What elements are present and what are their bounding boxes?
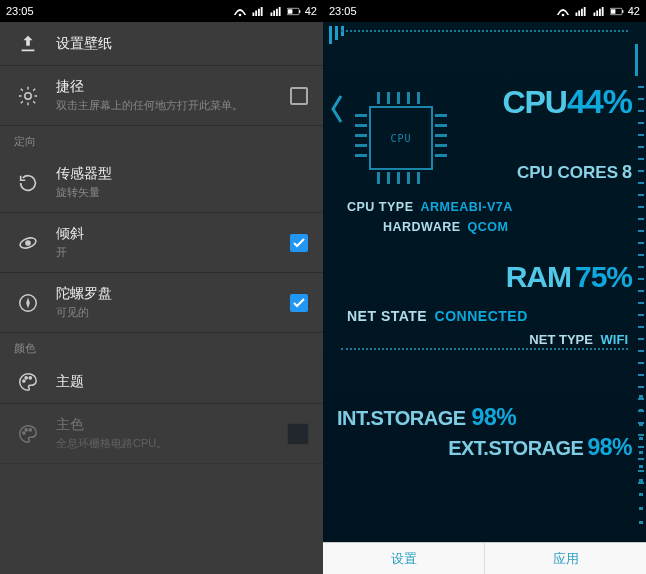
svg-rect-3 xyxy=(288,9,292,13)
cpu-value: 44% xyxy=(567,82,632,120)
cpu-chip-graphic: CPU xyxy=(347,84,455,192)
svg-rect-16 xyxy=(622,10,623,13)
ram-stat: RAM75% xyxy=(506,260,632,294)
svg-point-11 xyxy=(23,431,25,433)
shortcut-checkbox[interactable] xyxy=(289,86,309,106)
nettype-value: WIFI xyxy=(601,332,628,347)
primary-color-row[interactable]: 主色 全息环栅格电路CPU。 xyxy=(0,404,323,464)
gyro-row[interactable]: 陀螺罗盘 可见的 xyxy=(0,273,323,333)
palette-icon-2 xyxy=(14,423,42,445)
hardware-label: HARDWARE xyxy=(383,220,461,234)
intstorage-line: INT.STORAGE98% xyxy=(337,404,516,431)
sensor-title: 传感器型 xyxy=(56,165,309,183)
tech-wallpaper: CPU CPU44% CPU CORES8 CPU TYPE ARMEABI-V… xyxy=(323,22,646,544)
sensor-row[interactable]: 传感器型 旋转矢量 xyxy=(0,153,323,213)
svg-rect-2 xyxy=(299,10,300,13)
rotate-icon xyxy=(14,172,42,194)
svg-point-4 xyxy=(25,92,31,98)
extstorage-line: EXT.STORAGE98% xyxy=(448,434,632,461)
svg-point-6 xyxy=(26,240,30,244)
set-wallpaper-row[interactable]: 设置壁纸 xyxy=(0,22,323,66)
ram-value: 75% xyxy=(575,260,632,293)
ram-label: RAM xyxy=(506,260,571,293)
settings-panel: 23:05 42 设置壁纸 捷径 双击主屏幕上的任何地方打开此菜单。 定向 传感… xyxy=(0,0,323,574)
settings-button[interactable]: 设置 xyxy=(323,543,485,574)
shortcut-title: 捷径 xyxy=(56,78,289,96)
cores-label: CPU CORES xyxy=(517,163,618,182)
color-swatch[interactable] xyxy=(287,423,309,445)
nettype-line: NET TYPE WIFI xyxy=(529,332,628,347)
tilt-sub: 开 xyxy=(56,245,289,260)
compass-icon xyxy=(14,292,42,314)
palette-icon xyxy=(14,371,42,393)
cores-value: 8 xyxy=(622,162,632,182)
netstate-label: NET STATE xyxy=(347,308,427,324)
set-wallpaper-label: 设置壁纸 xyxy=(56,35,309,53)
intstor-label: INT.STORAGE xyxy=(337,407,466,429)
svg-point-14 xyxy=(561,13,564,16)
gear-icon xyxy=(14,85,42,107)
apply-button[interactable]: 应用 xyxy=(485,543,646,574)
svg-point-9 xyxy=(25,376,27,378)
tilt-title: 倾斜 xyxy=(56,225,289,243)
tilt-checkbox[interactable] xyxy=(289,233,309,253)
svg-point-0 xyxy=(238,13,241,16)
netstate-value: CONNECTED xyxy=(435,308,528,324)
cpu-type-label: CPU TYPE xyxy=(347,200,414,214)
orientation-section: 定向 xyxy=(0,126,323,153)
intstor-value: 98% xyxy=(472,404,517,430)
status-icons: 42 xyxy=(233,5,317,17)
hardware-value: QCOM xyxy=(468,220,509,234)
cores-stat: CPU CORES8 xyxy=(517,162,632,183)
cpu-type-value: ARMEABI-V7A xyxy=(421,200,513,214)
extstor-value: 98% xyxy=(587,434,632,460)
svg-point-12 xyxy=(25,428,27,430)
cpu-stat: CPU44% xyxy=(502,82,632,121)
svg-point-13 xyxy=(29,428,31,430)
hardware-line: HARDWARE QCOM xyxy=(383,220,508,234)
clock-2: 23:05 xyxy=(329,5,357,17)
svg-point-10 xyxy=(29,376,31,378)
primary-title: 主色 xyxy=(56,416,287,434)
shortcut-sub: 双击主屏幕上的任何地方打开此菜单。 xyxy=(56,98,289,113)
theme-row[interactable]: 主题 xyxy=(0,360,323,404)
theme-title: 主题 xyxy=(56,373,309,391)
svg-point-8 xyxy=(23,379,25,381)
cpu-type-line: CPU TYPE ARMEABI-V7A xyxy=(347,200,513,214)
battery-pct: 42 xyxy=(305,5,317,17)
primary-sub: 全息环栅格电路CPU。 xyxy=(56,436,287,451)
extstor-label: EXT.STORAGE xyxy=(448,437,583,459)
cpu-label: CPU xyxy=(502,84,567,120)
netstate-line: NET STATE CONNECTED xyxy=(347,308,528,324)
status-bar-2: 23:05 42 xyxy=(323,0,646,22)
nettype-label: NET TYPE xyxy=(529,332,593,347)
status-icons-2: 42 xyxy=(556,5,640,17)
sensor-sub: 旋转矢量 xyxy=(56,185,309,200)
gyro-sub: 可见的 xyxy=(56,305,289,320)
shortcut-row[interactable]: 捷径 双击主屏幕上的任何地方打开此菜单。 xyxy=(0,66,323,126)
status-bar: 23:05 42 xyxy=(0,0,323,22)
gyro-title: 陀螺罗盘 xyxy=(56,285,289,303)
tilt-row[interactable]: 倾斜 开 xyxy=(0,213,323,273)
tilt-icon xyxy=(14,232,42,254)
clock: 23:05 xyxy=(6,5,34,17)
info-panel: 23:05 42 CPU CPU44% CPU CORES8 CPU xyxy=(323,0,646,574)
color-section: 颜色 xyxy=(0,333,323,360)
svg-rect-17 xyxy=(611,9,615,13)
upload-icon xyxy=(14,33,42,55)
gyro-checkbox[interactable] xyxy=(289,293,309,313)
bottom-bar: 设置 应用 xyxy=(323,542,646,574)
battery-pct-2: 42 xyxy=(628,5,640,17)
